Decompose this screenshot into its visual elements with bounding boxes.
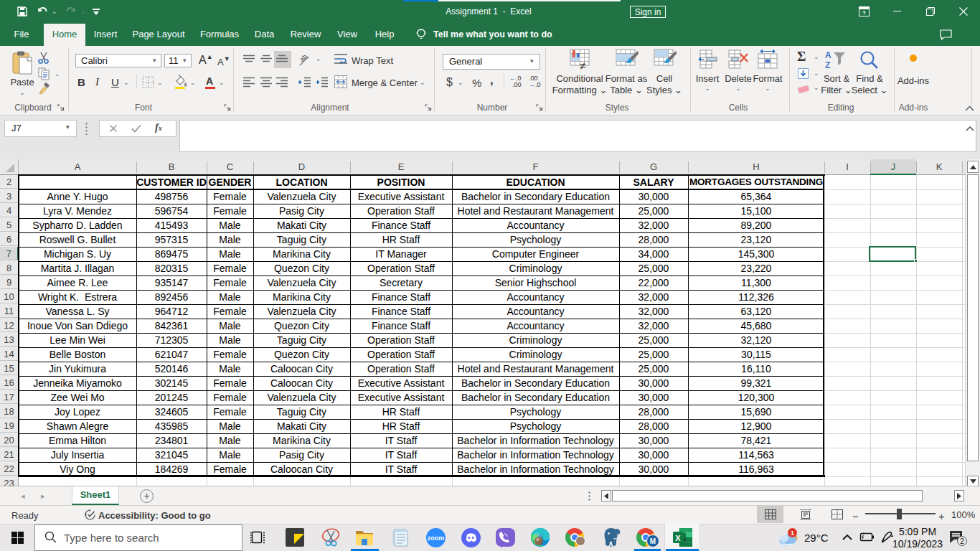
svg-text:Z: Z	[825, 60, 830, 69]
svg-text:A: A	[825, 50, 831, 60]
svg-text:ab: ab	[298, 53, 308, 63]
svg-text:X: X	[675, 534, 681, 542]
svg-text:≠: ≠	[580, 60, 585, 72]
